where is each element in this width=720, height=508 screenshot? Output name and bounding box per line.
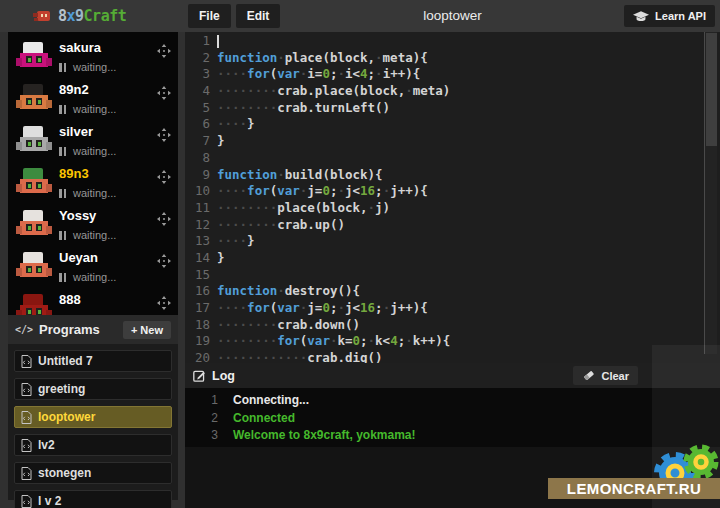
- log-line-number: 2: [185, 410, 218, 428]
- player-name: sakura: [59, 40, 101, 55]
- programs-list: Untitled 7 greeting looptower lv2 stoneg…: [8, 344, 178, 508]
- code-line[interactable]: 11 ········place(block,·j): [185, 200, 720, 217]
- clear-log-button[interactable]: Clear: [573, 366, 638, 385]
- move-icon[interactable]: [157, 254, 171, 268]
- player-row[interactable]: 89n2 waiting...: [8, 79, 178, 121]
- player-name: silver: [59, 124, 93, 139]
- log-line-text: Connected: [233, 410, 295, 428]
- program-item[interactable]: looptower: [14, 406, 172, 428]
- new-program-button[interactable]: + New: [123, 321, 171, 339]
- code-line-content: }: [217, 250, 225, 267]
- player-name: 89n3: [59, 166, 89, 181]
- clear-log-label: Clear: [601, 370, 629, 382]
- program-item[interactable]: lv2: [14, 434, 172, 456]
- player-status: waiting...: [59, 100, 116, 118]
- code-line[interactable]: 4 ········crab.place(block,·meta): [185, 83, 720, 100]
- code-line-content: ····for(var·j=0;·j<16;·j++){: [217, 300, 428, 317]
- player-status-text: waiting...: [73, 61, 116, 73]
- code-line[interactable]: 12 ········crab.up(): [185, 217, 720, 234]
- code-line-content: function·build(block){: [217, 167, 383, 184]
- player-row[interactable]: silver waiting...: [8, 121, 178, 163]
- code-line[interactable]: 9 function·build(block){: [185, 167, 720, 184]
- code-line[interactable]: 20 ············crab.dig(): [185, 350, 720, 363]
- program-item-label: l v 2: [38, 494, 61, 508]
- line-number: 5: [185, 100, 210, 117]
- code-line-content: ····}: [217, 233, 255, 250]
- line-number: 11: [185, 200, 210, 217]
- line-number: 2: [185, 50, 210, 67]
- program-item[interactable]: greeting: [14, 378, 172, 400]
- player-row[interactable]: Ueyan waiting...: [8, 247, 178, 289]
- watermark-banner: LEMONCRAFT.RU: [548, 478, 720, 499]
- code-icon: </>: [15, 324, 33, 335]
- log-title: Log: [212, 369, 235, 383]
- program-item[interactable]: Untitled 7: [14, 350, 172, 372]
- code-line[interactable]: 15: [185, 267, 720, 284]
- editor-scrollbar[interactable]: [704, 32, 717, 354]
- code-line[interactable]: 13 ····}: [185, 233, 720, 250]
- code-line-content: ········crab.down(): [217, 317, 360, 334]
- player-status-text: waiting...: [73, 145, 116, 157]
- pause-icon: [59, 226, 68, 244]
- program-file-icon: [21, 355, 32, 368]
- program-item[interactable]: l v 2: [14, 490, 172, 508]
- code-line[interactable]: 8: [185, 150, 720, 167]
- code-line-content: ········crab.up(): [217, 217, 345, 234]
- code-line[interactable]: 6 ····}: [185, 116, 720, 133]
- player-status: waiting...: [59, 58, 116, 76]
- line-number: 9: [185, 167, 210, 184]
- code-line[interactable]: 17 ····for(var·j=0;·j<16;·j++){: [185, 300, 720, 317]
- log-line-text: Connecting...: [233, 392, 309, 410]
- move-icon[interactable]: [157, 212, 171, 226]
- code-line-content: ············crab.dig(): [217, 350, 383, 363]
- player-name: Ueyan: [59, 250, 98, 265]
- code-line[interactable]: 14 }: [185, 250, 720, 267]
- player-status-text: waiting...: [73, 271, 116, 283]
- code-line-content: ········for(var·k=0;·k<4;·k++){: [217, 333, 450, 350]
- programs-title: Programs: [39, 322, 100, 337]
- code-line[interactable]: 5 ········crab.turnLeft(): [185, 100, 720, 117]
- learn-api-button[interactable]: Learn API: [624, 5, 715, 27]
- code-line-content: ········place(block,·j): [217, 200, 390, 217]
- app-logo-part: 8: [58, 7, 67, 25]
- eraser-icon: [582, 370, 595, 381]
- app-logo-part: 9: [75, 7, 84, 25]
- code-line[interactable]: 7 }: [185, 133, 720, 150]
- code-line-content: ········crab.place(block,·meta): [217, 83, 450, 100]
- code-line-content: ····for(var·i=0;·i<4;·i++){: [217, 66, 420, 83]
- player-row[interactable]: Yossy waiting...: [8, 205, 178, 247]
- line-number: 8: [185, 150, 210, 167]
- code-editor[interactable]: 1 2 function·place(block,·meta){ 3 ····f…: [185, 32, 720, 363]
- player-name: Yossy: [59, 208, 96, 223]
- scrollbar-thumb[interactable]: [706, 33, 717, 146]
- program-item-label: stonegen: [38, 466, 91, 480]
- code-line[interactable]: 18 ········crab.down(): [185, 317, 720, 334]
- player-status: waiting...: [59, 142, 116, 160]
- player-status-text: waiting...: [73, 229, 116, 241]
- move-icon[interactable]: [157, 170, 171, 184]
- code-line-content: }: [217, 133, 225, 150]
- pause-icon: [59, 142, 68, 160]
- player-avatar: [16, 42, 52, 72]
- player-avatar: [16, 126, 52, 156]
- move-icon[interactable]: [157, 44, 171, 58]
- log-line-text: Welcome to 8x9craft, yokmama!: [233, 427, 416, 445]
- player-row[interactable]: 89n3 waiting...: [8, 163, 178, 205]
- player-row[interactable]: 888 waiting...: [8, 289, 178, 315]
- player-row[interactable]: sakura waiting...: [8, 37, 178, 79]
- code-line[interactable]: 16 function·destroy(){: [185, 283, 720, 300]
- player-name: 89n2: [59, 82, 89, 97]
- move-icon[interactable]: [157, 296, 171, 310]
- code-line[interactable]: 3 ····for(var·i=0;·i<4;·i++){: [185, 66, 720, 83]
- move-icon[interactable]: [157, 128, 171, 142]
- program-item[interactable]: stonegen: [14, 462, 172, 484]
- code-line[interactable]: 19 ········for(var·k=0;·k<4;·k++){: [185, 333, 720, 350]
- programs-header: </> Programs + New: [8, 315, 178, 344]
- player-status-text: waiting...: [73, 187, 116, 199]
- code-line[interactable]: 10 ····for(var·j=0;·j<16;·j++){: [185, 183, 720, 200]
- crab-logo-icon: [32, 9, 54, 24]
- line-number: 6: [185, 116, 210, 133]
- move-icon[interactable]: [157, 86, 171, 100]
- code-line[interactable]: 1: [185, 33, 720, 50]
- code-line[interactable]: 2 function·place(block,·meta){: [185, 50, 720, 67]
